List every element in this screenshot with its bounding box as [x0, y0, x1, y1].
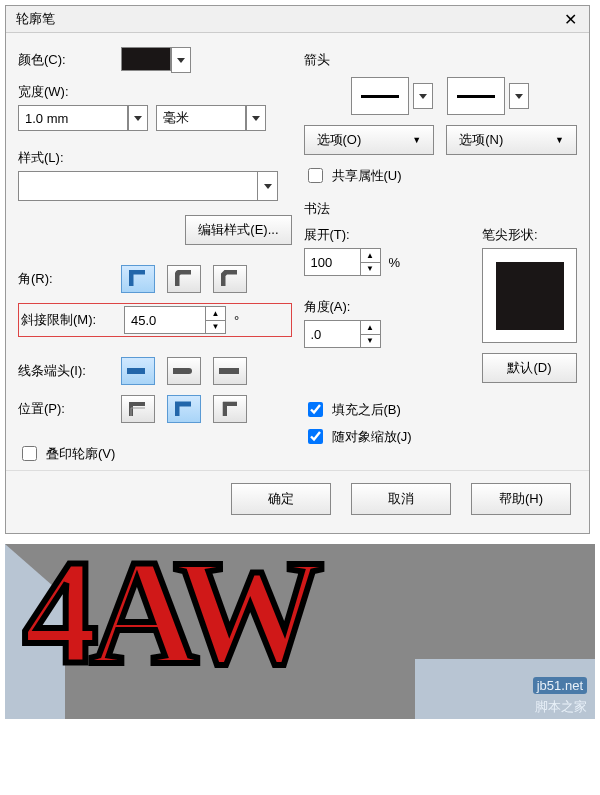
unit-combo[interactable]	[156, 105, 266, 131]
corner-label: 角(R):	[18, 270, 113, 288]
svg-point-2	[186, 368, 192, 374]
cap-flat-icon[interactable]	[121, 357, 155, 385]
spin-down-icon[interactable]: ▼	[361, 335, 380, 348]
color-picker[interactable]	[121, 47, 191, 73]
color-label: 颜色(C):	[18, 51, 113, 69]
position-inside-icon[interactable]	[213, 395, 247, 423]
corner-miter-icon[interactable]	[121, 265, 155, 293]
default-button[interactable]: 默认(D)	[482, 353, 577, 383]
preview-text: 4AW	[23, 544, 316, 698]
chevron-down-icon[interactable]	[171, 47, 191, 73]
scale-with-checkbox[interactable]: 随对象缩放(J)	[304, 426, 578, 447]
width-input[interactable]	[18, 105, 128, 131]
angle-spinner[interactable]: ▲▼	[304, 320, 381, 348]
nib-preview	[482, 248, 577, 343]
scale-with-input[interactable]	[308, 429, 323, 444]
nib-label: 笔尖形状:	[482, 226, 577, 244]
style-combo[interactable]	[18, 171, 278, 201]
ok-button[interactable]: 确定	[231, 483, 331, 515]
titlebar: 轮廓笔 ✕	[6, 6, 589, 33]
share-attr-input[interactable]	[308, 168, 323, 183]
cap-label: 线条端头(I):	[18, 362, 113, 380]
behind-fill-label: 填充之后(B)	[332, 401, 401, 419]
cap-square-icon[interactable]	[213, 357, 247, 385]
color-swatch	[121, 47, 171, 71]
miter-limit-row: 斜接限制(M): ▲▼ °	[18, 303, 292, 337]
stretch-input[interactable]	[305, 249, 360, 275]
miter-spinner[interactable]: ▲▼	[124, 306, 226, 334]
watermark-name: 脚本之家	[535, 699, 587, 714]
edit-style-button[interactable]: 编辑样式(E)...	[185, 215, 291, 245]
svg-rect-3	[219, 368, 239, 374]
dialog-footer: 确定 取消 帮助(H)	[6, 470, 589, 533]
chevron-down-icon[interactable]	[413, 83, 433, 109]
cancel-button[interactable]: 取消	[351, 483, 451, 515]
spin-up-icon[interactable]: ▲	[206, 307, 225, 321]
result-preview: 4AW jb51.net 脚本之家	[5, 544, 595, 719]
share-attr-checkbox[interactable]: 共享属性(U)	[304, 165, 578, 186]
close-icon[interactable]: ✕	[561, 10, 579, 28]
style-label: 样式(L):	[18, 149, 113, 167]
width-combo[interactable]	[18, 105, 148, 131]
angle-input[interactable]	[305, 321, 360, 347]
overprint-checkbox[interactable]: 叠印轮廓(V)	[18, 443, 292, 464]
stretch-spinner[interactable]: ▲▼	[304, 248, 381, 276]
outline-pen-dialog: 轮廓笔 ✕ 颜色(C): 宽度(W):	[5, 5, 590, 534]
stretch-label: 展开(T):	[304, 226, 469, 244]
watermark-site: jb51.net	[533, 677, 587, 694]
right-column: 箭头 选项(O)▼ 选项(N)▼ 共享属性(U) 书	[304, 47, 578, 464]
position-outside-icon[interactable]	[121, 395, 155, 423]
overprint-input[interactable]	[22, 446, 37, 461]
position-center-icon[interactable]	[167, 395, 201, 423]
corner-bevel-icon[interactable]	[213, 265, 247, 293]
dialog-title: 轮廓笔	[16, 10, 55, 28]
calligraphy-title: 书法	[304, 200, 578, 218]
scale-with-label: 随对象缩放(J)	[332, 428, 412, 446]
spin-up-icon[interactable]: ▲	[361, 321, 380, 335]
watermark: jb51.net 脚本之家	[533, 674, 587, 716]
arrow-title: 箭头	[304, 51, 578, 69]
stretch-unit: %	[389, 255, 401, 270]
chevron-down-icon[interactable]	[257, 172, 277, 200]
position-label: 位置(P):	[18, 400, 113, 418]
miter-label: 斜接限制(M):	[21, 311, 116, 329]
miter-unit: °	[234, 313, 239, 328]
dialog-content: 颜色(C): 宽度(W):	[6, 33, 589, 470]
miter-input[interactable]	[125, 307, 205, 333]
spin-down-icon[interactable]: ▼	[361, 263, 380, 276]
overprint-label: 叠印轮廓(V)	[46, 445, 115, 463]
corner-round-icon[interactable]	[167, 265, 201, 293]
arrow-options-left[interactable]: 选项(O)▼	[304, 125, 435, 155]
arrow-start-preview	[351, 77, 409, 115]
chevron-down-icon[interactable]	[128, 105, 148, 131]
behind-fill-input[interactable]	[308, 402, 323, 417]
arrow-end-preview	[447, 77, 505, 115]
spin-down-icon[interactable]: ▼	[206, 321, 225, 334]
chevron-down-icon[interactable]	[246, 105, 266, 131]
chevron-down-icon[interactable]	[509, 83, 529, 109]
left-column: 颜色(C): 宽度(W):	[18, 47, 292, 464]
width-label: 宽度(W):	[18, 83, 113, 101]
angle-label: 角度(A):	[304, 298, 469, 316]
help-button[interactable]: 帮助(H)	[471, 483, 571, 515]
spin-up-icon[interactable]: ▲	[361, 249, 380, 263]
svg-rect-0	[127, 368, 145, 374]
arrow-options-right[interactable]: 选项(N)▼	[446, 125, 577, 155]
share-attr-label: 共享属性(U)	[332, 167, 402, 185]
cap-round-icon[interactable]	[167, 357, 201, 385]
unit-input[interactable]	[156, 105, 246, 131]
behind-fill-checkbox[interactable]: 填充之后(B)	[304, 399, 578, 420]
